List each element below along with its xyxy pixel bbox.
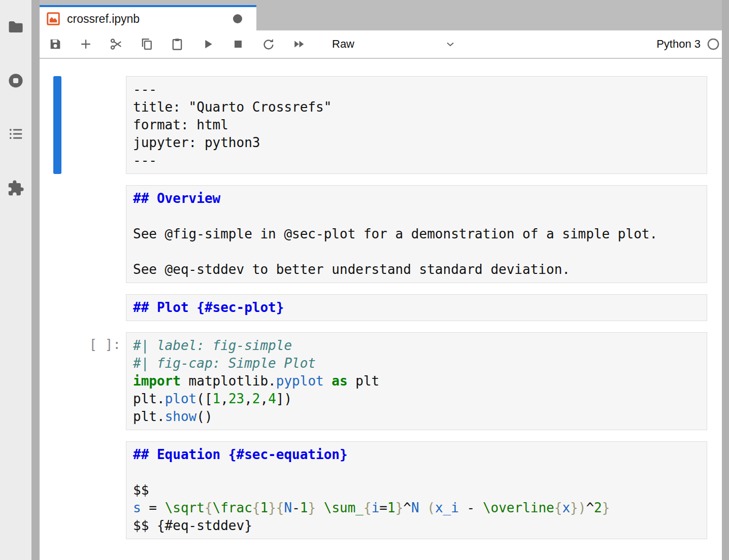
sidebar-item-table-of-contents[interactable] xyxy=(6,124,25,144)
execution-count-prompt xyxy=(61,76,126,174)
interrupt-kernel-button[interactable] xyxy=(229,36,247,53)
cell-collapser[interactable] xyxy=(53,332,61,430)
copy-cells-button[interactable] xyxy=(138,36,155,53)
notebook-cell-code-3: [ ]:#| label: fig-simple#| fig-cap: Simp… xyxy=(53,332,722,430)
clipboard-icon xyxy=(170,37,184,51)
unsaved-changes-dot[interactable] xyxy=(233,14,242,23)
main-panel: crossref.ipynb xyxy=(40,0,722,560)
cell-collapser[interactable] xyxy=(53,185,61,283)
running-icon xyxy=(7,72,24,89)
code-line: ## Plot {#sec-plot} xyxy=(133,299,707,317)
kernel-name[interactable]: Python 3 xyxy=(656,38,701,51)
notebook-cell-markdown-4: ## Equation {#sec-equation} $$s = \sqrt{… xyxy=(53,441,722,539)
notebook-cell-markdown-1: ## Overview See @fig-simple in @sec-plot… xyxy=(53,185,722,283)
folder-icon xyxy=(7,18,24,36)
run-icon xyxy=(201,37,215,51)
right-panel-edge xyxy=(722,0,729,560)
paste-cells-button[interactable] xyxy=(169,36,186,53)
restart-icon xyxy=(261,37,276,51)
code-line: $$ xyxy=(133,481,707,499)
puzzle-icon xyxy=(7,180,24,197)
insert-cell-button[interactable] xyxy=(77,36,94,53)
plus-icon xyxy=(79,37,93,51)
tab-crossref-ipynb[interactable]: crossref.ipynb xyxy=(40,5,256,30)
code-line: title: "Quarto Crossrefs" xyxy=(133,98,707,116)
code-line: --- xyxy=(133,152,707,169)
code-line xyxy=(133,464,707,481)
notebook-area: ---title: "Quarto Crossrefs"format: html… xyxy=(40,59,722,539)
code-line: ## Equation {#sec-equation} xyxy=(133,446,707,464)
cell-editor[interactable]: #| label: fig-simple#| fig-cap: Simple P… xyxy=(126,332,707,430)
cell-type-select[interactable]: Raw xyxy=(332,38,456,51)
scissors-icon xyxy=(109,37,123,51)
restart-kernel-button[interactable] xyxy=(260,36,277,53)
kernel-idle-icon[interactable] xyxy=(707,38,720,51)
code-line: #| fig-cap: Simple Plot xyxy=(133,355,707,372)
code-line: format: html xyxy=(133,116,707,134)
tab-bar: crossref.ipynb xyxy=(40,0,722,30)
execution-count-prompt xyxy=(61,185,126,283)
cell-collapser[interactable] xyxy=(53,76,61,174)
code-line: import matplotlib.pyplot as plt xyxy=(133,372,707,390)
cut-cells-button[interactable] xyxy=(108,36,125,53)
restart-run-all-button[interactable] xyxy=(290,36,308,53)
tab-title: crossref.ipynb xyxy=(67,12,233,26)
save-button[interactable] xyxy=(47,36,64,53)
code-line: #| label: fig-simple xyxy=(133,337,707,355)
code-line: s = \sqrt{\frac{1}{N-1} \sum_{i=1}^N (x_… xyxy=(133,499,707,517)
code-line xyxy=(133,243,707,261)
cell-editor[interactable]: ## Equation {#sec-equation} $$s = \sqrt{… xyxy=(126,441,707,539)
code-line xyxy=(133,207,707,225)
execution-count-prompt xyxy=(61,294,126,321)
save-icon xyxy=(48,37,62,51)
code-line: See @eq-stddev to better understand stan… xyxy=(133,261,707,278)
notebook-icon xyxy=(46,11,61,26)
sidebar-item-running-sessions[interactable] xyxy=(6,71,25,90)
sidebar-item-file-browser[interactable] xyxy=(6,17,25,37)
sidebar-item-extension-manager[interactable] xyxy=(6,179,25,198)
cell-editor[interactable]: ## Overview See @fig-simple in @sec-plot… xyxy=(126,185,707,283)
execution-count-prompt: [ ]: xyxy=(61,332,126,430)
left-sidebar xyxy=(0,0,31,560)
code-line: $$ {#eq-stddev} xyxy=(133,517,707,535)
code-line: --- xyxy=(133,81,707,98)
execution-count-prompt xyxy=(61,441,126,539)
cell-collapser[interactable] xyxy=(53,441,61,539)
cell-editor[interactable]: ## Plot {#sec-plot} xyxy=(126,294,707,321)
cell-editor[interactable]: ---title: "Quarto Crossrefs"format: html… xyxy=(126,76,707,174)
copy-icon xyxy=(140,37,154,51)
code-line: ## Overview xyxy=(133,190,707,207)
notebook-toolbar: Raw Python 3 xyxy=(40,30,722,59)
cell-collapser[interactable] xyxy=(53,294,61,321)
list-icon xyxy=(7,125,24,143)
cell-type-value: Raw xyxy=(332,38,354,51)
sidebar-divider xyxy=(31,0,40,560)
code-line: plt.show() xyxy=(133,408,707,426)
stop-icon xyxy=(231,37,245,51)
code-line: See @fig-simple in @sec-plot for a demon… xyxy=(133,225,707,243)
notebook-cell-markdown-2: ## Plot {#sec-plot} xyxy=(53,294,722,321)
chevron-down-icon xyxy=(444,38,456,50)
code-line: plt.plot([1,23,2,4]) xyxy=(133,390,707,408)
fast-forward-icon xyxy=(292,37,306,51)
notebook-cell-raw-0: ---title: "Quarto Crossrefs"format: html… xyxy=(53,76,722,174)
code-line: jupyter: python3 xyxy=(133,134,707,152)
run-cell-button[interactable] xyxy=(199,36,216,53)
